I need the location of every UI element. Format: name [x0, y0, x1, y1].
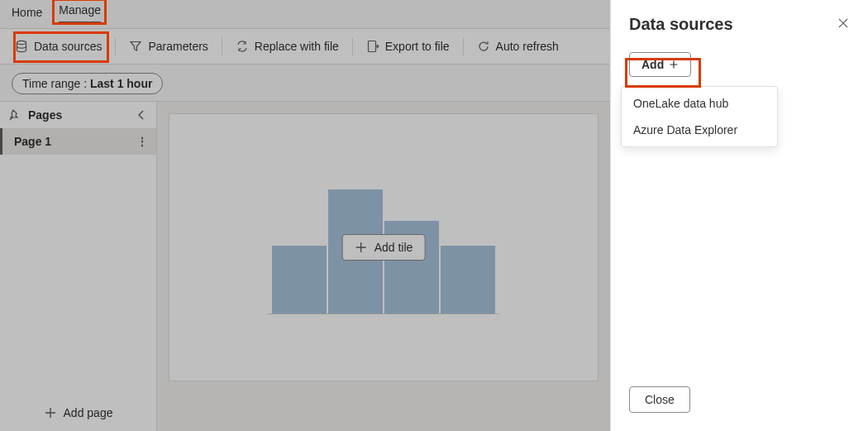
add-page-button[interactable]: Add page: [0, 398, 156, 431]
dropdown-onelake[interactable]: OneLake data hub: [622, 90, 777, 117]
add-tile-label: Add tile: [374, 241, 413, 254]
separator: [352, 37, 353, 55]
parameters-label: Parameters: [148, 40, 207, 53]
add-button[interactable]: Add: [629, 52, 691, 77]
export-icon: [366, 40, 379, 53]
plus-icon: [669, 60, 679, 69]
panel-header: Data sources: [611, 0, 868, 39]
data-sources-button[interactable]: Data sources: [7, 36, 110, 57]
dropdown-azure-data-explorer[interactable]: Azure Data Explorer: [622, 117, 777, 143]
body-split: Pages Page 1 ⋮ Add page Add tile: [0, 101, 610, 431]
replace-button[interactable]: Replace with file: [227, 36, 347, 57]
parameters-button[interactable]: Parameters: [121, 36, 216, 57]
add-tile-button[interactable]: Add tile: [342, 234, 426, 261]
sidebar-title: Pages: [28, 108, 62, 122]
sidebar-item-page-1[interactable]: Page 1 ⋮: [0, 128, 156, 155]
plus-icon: [44, 406, 57, 419]
time-range-chip[interactable]: Time range : Last 1 hour: [12, 73, 163, 94]
tab-manage[interactable]: Manage: [59, 0, 101, 24]
pin-icon: [8, 108, 21, 122]
export-button[interactable]: Export to file: [358, 36, 458, 57]
separator: [463, 37, 464, 55]
replace-label: Replace with file: [255, 40, 339, 53]
database-icon: [15, 40, 28, 53]
refresh-icon: [477, 40, 490, 53]
svg-rect-1: [368, 41, 375, 52]
more-icon[interactable]: ⋮: [136, 135, 148, 148]
sidebar: Pages Page 1 ⋮ Add page: [0, 101, 157, 431]
add-page-label: Add page: [64, 406, 113, 419]
top-tabs: Home Manage: [0, 0, 610, 25]
plus-icon: [355, 241, 368, 254]
separator: [222, 37, 222, 55]
filter-row: Time range : Last 1 hour: [0, 65, 610, 103]
tab-home[interactable]: Home: [12, 2, 42, 24]
chevron-left-icon[interactable]: [135, 108, 148, 122]
export-label: Export to file: [385, 40, 450, 53]
svg-point-0: [17, 41, 26, 44]
close-icon[interactable]: [837, 17, 850, 32]
time-range-value: Last 1 hour: [90, 77, 152, 90]
chart-bar: [441, 246, 495, 314]
auto-refresh-label: Auto refresh: [496, 40, 559, 53]
panel-footer: Close: [629, 386, 690, 413]
toolbar: Data sources Parameters Replace with fil…: [0, 28, 610, 65]
panel-title: Data sources: [629, 15, 837, 34]
auto-refresh-button[interactable]: Auto refresh: [469, 36, 567, 57]
chart-bar: [272, 246, 327, 314]
replace-icon: [236, 40, 249, 53]
main-area: Home Manage Data sources Parameters Repl…: [0, 0, 610, 431]
canvas-wrap: Add tile: [157, 101, 610, 431]
close-button[interactable]: Close: [629, 386, 690, 413]
add-dropdown: OneLake data hub Azure Data Explorer: [621, 86, 778, 147]
funnel-icon: [129, 40, 142, 53]
canvas: Add tile: [169, 113, 599, 381]
add-label: Add: [641, 58, 664, 71]
data-sources-label: Data sources: [34, 40, 102, 53]
sidebar-item-label: Page 1: [14, 135, 51, 148]
time-range-label: Time range :: [22, 77, 90, 90]
data-sources-panel: Data sources Add OneLake data hub Azure …: [610, 0, 868, 431]
sidebar-header: Pages: [0, 102, 156, 128]
separator: [115, 37, 116, 55]
